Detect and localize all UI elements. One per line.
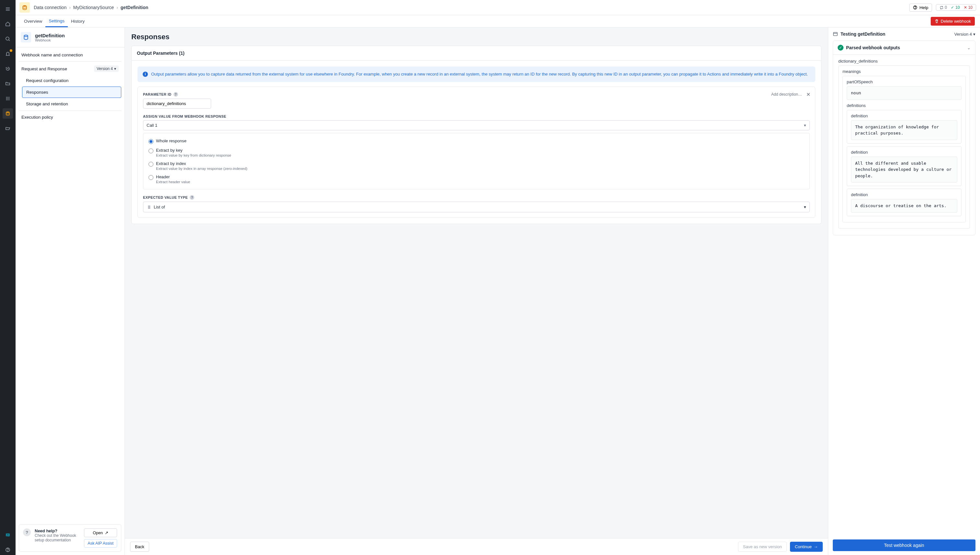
ask-aip-button[interactable]: Ask AIP Assist — [84, 539, 117, 547]
svg-point-8 — [8, 99, 8, 101]
help-tooltip-icon[interactable]: ? — [174, 92, 178, 96]
nav-responses[interactable]: Responses — [22, 87, 121, 98]
list-icon — [146, 205, 151, 209]
external-link-icon: ↗ — [105, 530, 108, 535]
chevron-down-icon: ▾ — [804, 205, 806, 209]
save-version-button[interactable]: Save as new version — [738, 542, 787, 552]
bell-icon[interactable] — [3, 49, 13, 59]
svg-point-9 — [9, 99, 10, 101]
folder-open-icon[interactable] — [3, 123, 13, 133]
svg-point-1 — [6, 97, 7, 98]
history-icon[interactable] — [3, 64, 13, 74]
svg-rect-19 — [834, 32, 837, 36]
parsed-outputs-header[interactable]: ✓ Parsed webhook outputs ⌄ — [833, 41, 975, 55]
tab-overview[interactable]: Overview — [21, 15, 45, 27]
key-definition: definition — [851, 192, 957, 197]
home-icon[interactable] — [3, 19, 13, 29]
check-icon: ✓ — [951, 5, 954, 10]
svg-point-0 — [6, 37, 9, 40]
webhook-icon — [21, 32, 31, 42]
extract-options: Whole response Extract by keyExtract val… — [143, 133, 810, 189]
tabs: Overview Settings History Delete webhook — [16, 15, 980, 27]
open-docs-button[interactable]: Open↗ — [84, 528, 117, 537]
tab-history[interactable]: History — [68, 15, 88, 27]
test-panel-title: Testing getDefinition — [840, 31, 885, 37]
radio-extract-key[interactable]: Extract by keyExtract value by key from … — [148, 148, 804, 157]
nav-request-config[interactable]: Request configuration — [22, 75, 121, 86]
svg-point-17 — [915, 8, 916, 9]
key-definition: definition — [851, 150, 957, 155]
nav-storage[interactable]: Storage and retention — [22, 99, 121, 109]
help-card: ? Need help? Check out the Webhook setup… — [19, 524, 121, 552]
param-id-label: PARAMETER ID — [143, 92, 172, 96]
database-chip-icon — [19, 2, 30, 13]
svg-point-10 — [6, 112, 10, 113]
breadcrumb-root[interactable]: Data connection — [34, 5, 66, 10]
chevron-right-icon: › — [116, 5, 118, 10]
help-circle-icon[interactable] — [3, 545, 13, 555]
panel-icon — [833, 31, 838, 37]
param-id-input[interactable] — [143, 99, 211, 109]
svg-point-3 — [9, 97, 10, 98]
sync-count: 0 — [945, 5, 947, 10]
continue-button[interactable]: Continue→ — [790, 542, 823, 552]
database-icon[interactable] — [3, 108, 13, 119]
key-meanings: meanings — [842, 69, 966, 74]
help-button[interactable]: Help — [909, 3, 932, 12]
topbar: Data connection › MyDictionarySource › g… — [16, 0, 980, 15]
test-version-select[interactable]: Version 4▾ — [954, 32, 975, 37]
back-button[interactable]: Back — [130, 542, 149, 552]
atom-icon[interactable] — [3, 530, 13, 540]
tab-settings[interactable]: Settings — [45, 15, 68, 27]
footer-bar: Back Save as new version Continue→ — [125, 538, 828, 555]
radio-extract-index[interactable]: Extract by indexExtract value by index i… — [148, 161, 804, 170]
nav-request-response[interactable]: Request and Response Version 4▾ — [19, 63, 121, 75]
card-header: Output Parameters (1) — [132, 46, 821, 61]
sync-icon — [940, 5, 944, 10]
info-callout: i Output parameters allow you to capture… — [138, 66, 815, 82]
breadcrumb-source[interactable]: MyDictionarySource — [73, 5, 114, 10]
key-definition: definition — [851, 114, 957, 118]
radio-header[interactable]: HeaderExtract header value — [148, 175, 804, 184]
call-select[interactable]: Call 1 ▾ — [143, 120, 810, 130]
svg-point-7 — [6, 99, 7, 101]
apps-icon[interactable] — [3, 93, 13, 104]
arrow-right-icon: → — [814, 544, 818, 549]
pass-count: 10 — [955, 5, 959, 10]
chevron-down-icon: ▾ — [973, 32, 975, 37]
chevron-down-icon: ▾ — [804, 123, 806, 128]
menu-icon[interactable] — [3, 4, 13, 14]
nav-execution-policy[interactable]: Execution policy — [19, 112, 121, 122]
svg-point-5 — [8, 98, 8, 99]
chevron-down-icon: ⌄ — [967, 45, 970, 50]
breadcrumb-current: getDefinition — [120, 5, 148, 10]
x-icon: ✕ — [964, 5, 967, 10]
add-description-link[interactable]: Add description… — [771, 92, 810, 96]
definition-value: A discourse or treatise on the arts. — [851, 199, 957, 213]
info-text: Output parameters allow you to capture d… — [151, 71, 808, 77]
test-again-button[interactable]: Test webhook again — [833, 539, 975, 551]
page-title: Responses — [131, 33, 821, 41]
parsed-outputs-card: ✓ Parsed webhook outputs ⌄ dictionary_de… — [833, 40, 975, 235]
svg-point-2 — [8, 97, 8, 98]
nav-connection[interactable]: Webhook name and connection — [19, 50, 121, 60]
help-card-title: Need help? — [35, 528, 81, 533]
webhook-title: getDefinition — [35, 33, 65, 38]
radio-whole-response[interactable]: Whole response — [148, 138, 804, 144]
search-icon[interactable] — [3, 34, 13, 44]
question-icon: ? — [23, 528, 31, 536]
status-indicator[interactable]: 0 ✓10 ✕10 — [936, 4, 976, 11]
definition-value: The organization of knowledge for practi… — [851, 120, 957, 140]
type-select[interactable]: List of ▾ — [143, 202, 810, 212]
delete-webhook-button[interactable]: Delete webhook — [931, 17, 975, 26]
help-circle-icon — [913, 5, 917, 10]
value-pos: noun — [847, 86, 962, 100]
version-selector[interactable]: Version 4▾ — [94, 66, 119, 72]
help-label: Help — [919, 5, 928, 10]
center-scroll[interactable]: Responses Output Parameters (1) i Output… — [125, 27, 828, 538]
help-tooltip-icon[interactable]: ? — [190, 195, 194, 200]
remove-param-button[interactable]: ✕ — [806, 91, 810, 98]
folder-icon[interactable] — [3, 79, 13, 89]
svg-point-6 — [9, 98, 10, 99]
key-pos: partOfSpeech — [847, 79, 962, 84]
